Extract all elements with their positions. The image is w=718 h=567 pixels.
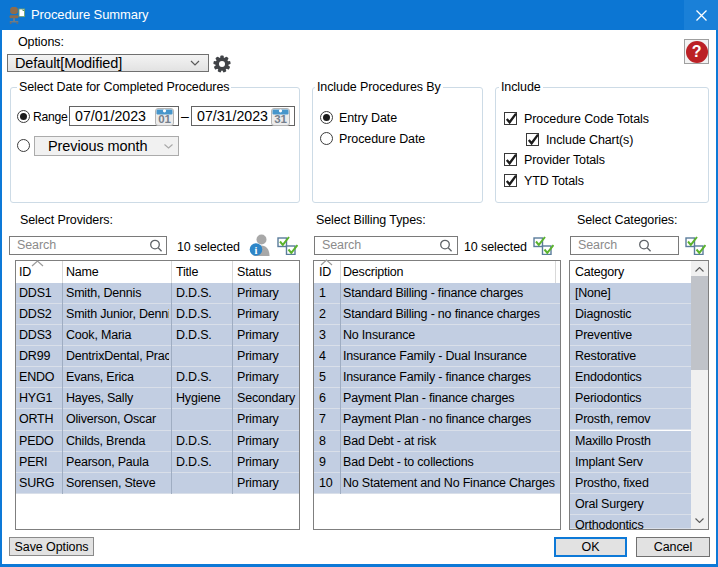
svg-text:31: 31 — [274, 113, 287, 125]
svg-text:i: i — [255, 245, 258, 256]
svg-text:01: 01 — [158, 113, 171, 125]
